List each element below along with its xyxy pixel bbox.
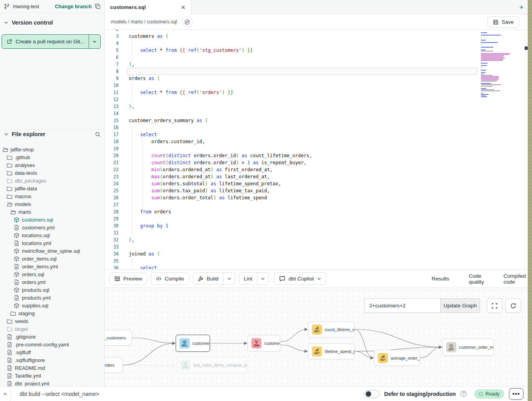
lineage-node-partial-node[interactable] (105, 379, 152, 386)
code-line-14[interactable] (122, 110, 525, 117)
tree-item-products-sql[interactable]: products.sql (0, 286, 105, 294)
tree-item-macros[interactable]: macros (0, 192, 105, 200)
code-line-17[interactable]: select (122, 131, 525, 138)
tree-item-dbt-project-yml[interactable]: dbt_project.yml (0, 380, 105, 386)
help-icon[interactable]: ? (461, 391, 466, 397)
tab-customers-sql[interactable]: customers.sql ✕ (105, 0, 191, 14)
lineage-node-customers-model[interactable]: MDLcustomers (176, 335, 210, 352)
tree-item-marts[interactable]: marts (0, 208, 105, 216)
save-button[interactable]: Save (488, 16, 519, 28)
dbt-copilot-button[interactable]: dbt Copilot (274, 272, 326, 285)
code-line-13[interactable]: ), (122, 103, 525, 110)
tab-compiled-code[interactable]: Compiled code (501, 270, 528, 288)
tree-item-data-tests[interactable]: data-tests (0, 169, 105, 177)
tree-item-products-yml[interactable]: products.yml (0, 294, 105, 302)
file-explorer-header[interactable]: File explorer (0, 130, 105, 139)
tree-item-orders-yml[interactable]: orders.yml (0, 278, 105, 286)
tree-item-staging[interactable]: staging (0, 309, 105, 317)
copilot-icon[interactable] (182, 16, 193, 27)
status-badge[interactable]: Ready (474, 389, 504, 399)
code-line-32[interactable]: ), (122, 236, 525, 243)
tree-item-jaffle-data[interactable]: jaffle-data (0, 185, 105, 192)
tree-item-locations-sql[interactable]: locations.sql (0, 231, 105, 239)
tree-item-order-items-yml[interactable]: order_items.yml (0, 263, 105, 270)
code-line-27[interactable] (122, 201, 525, 208)
code-line-20[interactable]: count(distinct orders.order_id) as count… (122, 152, 525, 159)
tab-results[interactable]: Results (429, 270, 452, 288)
lineage-canvas[interactable]: Update Graph stg_customersordersMDLcusto… (105, 288, 528, 386)
version-control-header[interactable]: Version control (0, 18, 105, 27)
editor-scrollbar[interactable] (525, 30, 528, 269)
code-line-16[interactable] (122, 124, 525, 131)
tree-item--github[interactable]: .github (0, 153, 105, 161)
code-line-7[interactable]: ), (122, 61, 525, 68)
tree-item-analyses[interactable]: analyses (0, 161, 105, 169)
code-line-11[interactable]: select * from {{ ref('orders') }} (122, 89, 525, 96)
code-line-15[interactable]: customer_orders_summary as ( (122, 117, 525, 124)
lint-dropdown[interactable] (257, 273, 269, 284)
create-pr-dropdown[interactable] (89, 35, 100, 48)
code-editor[interactable]: 23customers as (45 select * from {{ ref(… (105, 30, 528, 269)
code-line-33[interactable] (122, 243, 525, 250)
lineage-node-orders[interactable]: orders (105, 357, 123, 373)
code-line-23[interactable]: max(orders.ordered_at) as last_ordered_a… (122, 173, 525, 180)
code-line-30[interactable]: group by 1 (122, 222, 525, 229)
code-line-18[interactable]: orders.customer_id, (122, 138, 525, 145)
lineage-node-lifetime-spend-pretax[interactable]: METlifetime_spend_pretax (308, 343, 355, 359)
code-line-25[interactable]: sum(orders.tax_paid) as lifetime_tax_pai… (122, 187, 525, 194)
tree-item-readme-md[interactable]: README.md (0, 364, 105, 372)
code-line-31[interactable] (122, 229, 525, 236)
code-line-36[interactable]: select (122, 264, 525, 269)
command-input[interactable]: dbt build --select <model_name> (20, 391, 99, 397)
search-icon[interactable] (95, 131, 101, 137)
close-icon[interactable]: ✕ (181, 4, 185, 11)
lineage-node-stg-customers[interactable]: stg_customers (105, 330, 132, 346)
code-line-29[interactable] (122, 215, 525, 222)
lineage-node-count-lifetime-orders[interactable]: METcount_lifetime_orders (308, 321, 355, 337)
code-line-10[interactable] (122, 82, 525, 89)
collapse-panel-icon[interactable] (0, 387, 11, 401)
code-line-26[interactable]: sum(orders.order_total) as lifetime_spen… (122, 194, 525, 201)
code-line-2[interactable] (122, 30, 525, 33)
lineage-node-customer-order-metrics[interactable]: QRYcustomer_order_metrics (442, 339, 494, 356)
copy-branch-icon[interactable] (95, 4, 101, 9)
lineage-node-average-order-value[interactable]: METaverage_order_value (374, 350, 420, 366)
code-line-19[interactable] (122, 145, 525, 152)
tab-code-quality[interactable]: Code quality (466, 270, 486, 288)
code-line-5[interactable]: select * from {{ ref('stg_customers') }} (122, 47, 525, 54)
fullscreen-icon[interactable] (487, 298, 502, 313)
tree-item-locations-yml[interactable]: locations.yml (0, 239, 105, 247)
code-line-9[interactable]: orders as ( (122, 75, 525, 82)
build-button[interactable]: Build (193, 273, 223, 284)
code-line-8[interactable] (122, 68, 525, 75)
code-line-24[interactable]: sum(orders.subtotal) as lifetime_spend_p… (122, 180, 525, 187)
build-dropdown[interactable] (223, 273, 235, 284)
tree-item-models[interactable]: models (0, 200, 105, 208)
tree-item--pre-commit-config-yaml[interactable]: .pre-commit-config.yaml (0, 341, 105, 348)
code-line-4[interactable] (122, 40, 525, 47)
code-line-21[interactable]: count(distinct orders.order_id) > 1 as i… (122, 159, 525, 166)
tree-item-customers-yml[interactable]: customers.yml (0, 224, 105, 231)
tree-item--gitignore[interactable]: .gitignore (0, 333, 105, 341)
lineage-node-test-order-items[interactable]: TSTtest_order_items_compute_to_bools... (176, 357, 247, 373)
editor-scrollbar-thumb[interactable] (525, 46, 528, 50)
tree-item-metricflow-time-spine-sql[interactable]: metricflow_time_spine.sql (0, 247, 105, 255)
tree-item-taskfile-yml[interactable]: Taskfile.yml (0, 372, 105, 380)
tree-item-customers-sql[interactable]: customers.sql (0, 216, 105, 224)
code-line-22[interactable]: min(orders.ordered_at) as first_ordered_… (122, 166, 525, 173)
compile-button[interactable]: Compile (151, 272, 189, 285)
update-graph-button[interactable]: Update Graph (440, 298, 480, 313)
code-line-28[interactable]: from orders (122, 208, 525, 215)
tree-item-target[interactable]: target (0, 325, 105, 333)
code-line-6[interactable] (122, 54, 525, 61)
tree-item-supplies-sql[interactable]: supplies.sql (0, 302, 105, 309)
tree-item-seeds[interactable]: seeds (0, 317, 105, 325)
code-line-12[interactable] (122, 96, 525, 103)
refresh-icon[interactable] (505, 298, 521, 313)
defer-toggle[interactable] (365, 390, 379, 398)
change-branch-link[interactable]: Change branch (55, 4, 92, 9)
code-line-35[interactable] (122, 257, 525, 264)
more-options-button[interactable]: ••• (509, 388, 523, 400)
preview-button[interactable]: Preview (109, 272, 147, 285)
lineage-selector-input[interactable] (364, 298, 440, 313)
